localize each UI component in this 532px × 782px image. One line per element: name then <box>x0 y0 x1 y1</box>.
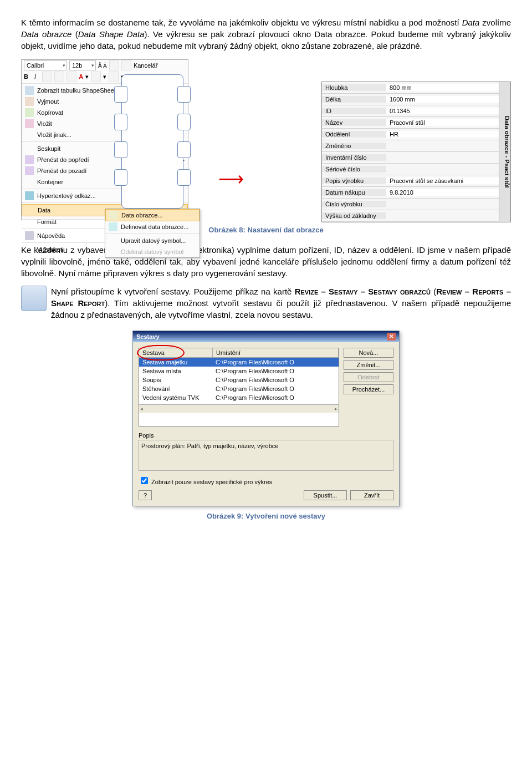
data-grid: Hloubka800 mm Délka1600 mm ID011345 Náze… <box>322 82 499 222</box>
report-icon <box>21 286 47 311</box>
h-scrollbar[interactable]: ◂▸ <box>139 404 339 413</box>
close-button[interactable]: Zavřít <box>350 490 393 500</box>
arrow-icon: ⟶ <box>218 170 244 188</box>
size-select[interactable]: 12b <box>69 60 96 70</box>
close-icon[interactable]: ✕ <box>387 333 396 341</box>
table-row[interactable]: Sestava místaC:\Program Files\Microsoft … <box>139 367 339 375</box>
btn-a[interactable] <box>109 60 119 70</box>
specific-checkbox[interactable] <box>141 477 148 484</box>
font-select[interactable]: Calibri <box>24 60 67 70</box>
new-button[interactable]: Nová... <box>344 348 393 358</box>
remove-button[interactable]: Odebrat <box>344 372 393 382</box>
table-row[interactable]: SoupisC:\Program Files\Microsoft O <box>139 375 339 384</box>
btn-b[interactable] <box>121 60 131 70</box>
sub-define[interactable]: Definovat data obrazce... <box>105 221 200 232</box>
dialog-titlebar: Sestavy ✕ <box>133 331 399 342</box>
reports-dialog: Sestavy ✕ Sestava Umístění Sestava majet… <box>132 331 400 506</box>
change-button[interactable]: Změnit... <box>344 360 393 370</box>
table-row[interactable]: Sestava majetkuC:\Program Files\Microsof… <box>139 358 339 367</box>
context-menu: Calibri 12b Â Ǎ Kancelář B I A▾ ▾ ▾ 18… <box>21 59 188 220</box>
checkbox-row[interactable]: Zobrazit pouze sestavy specifické pro vý… <box>139 475 393 486</box>
sub-edit-symbol[interactable]: Upravit datový symbol... <box>105 235 200 246</box>
submenu-data: Data obrazce... Definovat data obrazce..… <box>105 209 200 258</box>
shape-data-pane: Hloubka800 mm Délka1600 mm ID011345 Náze… <box>321 82 511 222</box>
desk-shape <box>121 74 183 209</box>
figure-8: Calibri 12b Â Ǎ Kancelář B I A▾ ▾ ▾ 18… <box>21 59 511 220</box>
paragraph-1: K těmto informacím se dostaneme tak, že … <box>21 17 511 52</box>
browse-button[interactable]: Procházet... <box>344 384 393 394</box>
dialog-title: Sestavy <box>136 333 160 340</box>
pane-title: Data obrazce - Psací stůl <box>499 82 510 222</box>
table-row[interactable]: Vedení systému TVKC:\Program Files\Micro… <box>139 393 339 402</box>
help-button[interactable]: ? <box>139 490 152 500</box>
reports-table[interactable]: Sestava Umístění Sestava majetkuC:\Progr… <box>139 348 339 426</box>
run-button[interactable]: Spustit... <box>304 490 347 500</box>
caption-9: Obrázek 9: Vytvoření nové sestavy <box>21 512 511 520</box>
paragraph-3: Nyní přistoupíme k vytvoření sestavy. Po… <box>21 286 511 321</box>
table-row[interactable]: StěhováníC:\Program Files\Microsoft O <box>139 384 339 393</box>
sub-data-obrazce[interactable]: Data obrazce... <box>105 209 200 221</box>
desc-label: Popis <box>139 432 393 439</box>
desc-box: Prostorový plán: Patří, typ majetku, náz… <box>139 440 393 471</box>
sub-remove-symbol[interactable]: Odebrat datový symbol <box>105 246 200 257</box>
